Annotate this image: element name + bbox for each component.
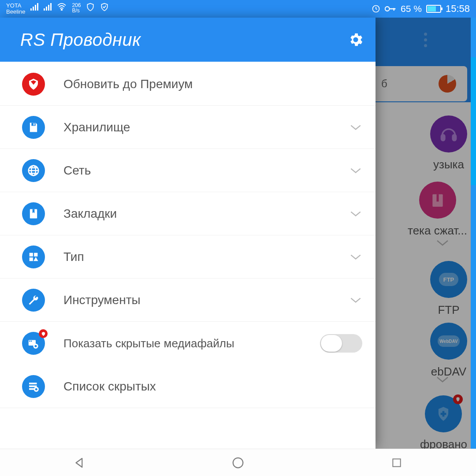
shield-icon-1 (86, 3, 95, 11)
bookmark-icon (22, 202, 45, 225)
menu-item-premium[interactable]: Обновить до Премиум (0, 63, 376, 106)
network-icon (22, 159, 45, 182)
menu-bookmarks-label: Закладки (63, 207, 349, 221)
menu-item-tools[interactable]: Инструменты (0, 279, 376, 322)
sync-icon (372, 4, 380, 13)
chevron-down-icon (349, 297, 362, 304)
menu-hidden-list-label: Список скрытых (63, 379, 362, 394)
svg-rect-18 (30, 257, 33, 261)
svg-point-30 (233, 457, 243, 468)
drawer-header: RS Проводник (0, 18, 376, 62)
menu-item-bookmarks[interactable]: Закладки (0, 192, 376, 235)
svg-point-2 (385, 7, 390, 11)
svg-rect-17 (34, 253, 37, 256)
chevron-down-icon (349, 124, 362, 131)
battery-icon (426, 5, 441, 13)
premium-icon (22, 73, 45, 96)
menu-item-type[interactable]: Тип (0, 235, 376, 279)
navigation-drawer: RS Проводник Обновить до Премиум Хранили… (0, 18, 376, 449)
menu-item-show-hidden-media[interactable]: Показать скрытые медиафайлы (0, 322, 376, 365)
menu-network-label: Сеть (63, 164, 349, 178)
nav-home-button[interactable] (230, 454, 246, 471)
menu-type-label: Тип (63, 250, 349, 264)
status-bar: YOTA Beeline 206 B/s (0, 0, 476, 18)
battery-pct: 65 % (401, 4, 422, 14)
svg-rect-22 (31, 341, 32, 342)
status-left: YOTA Beeline 206 B/s (6, 3, 109, 15)
drawer-menu: Обновить до Премиум Хранилище Сеть (0, 62, 376, 449)
tools-icon (22, 289, 45, 312)
media-hidden-icon (22, 332, 45, 355)
svg-rect-4 (394, 8, 394, 11)
shield-icon-2 (100, 3, 109, 11)
type-icon (22, 245, 45, 268)
menu-storage-label: Хранилище (63, 120, 349, 134)
network-speed: 206 B/s (72, 3, 81, 13)
svg-rect-16 (30, 253, 33, 256)
network-speed-unit: B/s (72, 8, 81, 13)
menu-premium-label: Обновить до Премиум (63, 77, 362, 91)
nav-back-button[interactable] (71, 454, 88, 471)
svg-rect-12 (33, 123, 34, 125)
svg-rect-3 (389, 8, 396, 9)
signal-icon-1 (30, 3, 38, 11)
svg-point-29 (35, 388, 37, 390)
carrier-labels: YOTA Beeline (6, 3, 25, 15)
storage-icon (22, 116, 45, 139)
carrier-1: YOTA (6, 3, 25, 9)
carrier-2: Beeline (6, 9, 25, 15)
signal-icon-2 (44, 3, 52, 11)
wifi-icon (57, 3, 67, 11)
svg-point-0 (61, 9, 63, 11)
chevron-down-icon (349, 210, 362, 217)
svg-rect-27 (29, 388, 34, 390)
hidden-list-icon (22, 375, 45, 398)
status-right: 65 % 15:58 (372, 3, 470, 15)
system-nav-bar (0, 449, 476, 476)
chevron-down-icon (349, 253, 362, 260)
clock-time: 15:58 (446, 3, 470, 15)
svg-marker-19 (33, 257, 38, 261)
svg-rect-31 (393, 459, 400, 466)
drawer-title: RS Проводник (20, 30, 141, 50)
menu-item-hidden-list[interactable]: Список скрытых (0, 365, 376, 408)
menu-item-network[interactable]: Сеть (0, 149, 376, 192)
right-edge-indicator (471, 18, 476, 449)
premium-badge-icon (39, 329, 48, 338)
svg-rect-25 (29, 383, 37, 384)
menu-tools-label: Инструменты (63, 293, 349, 307)
settings-button[interactable] (347, 31, 364, 48)
vpn-key-icon (385, 6, 396, 12)
show-hidden-toggle[interactable] (320, 334, 362, 353)
svg-rect-26 (29, 385, 37, 387)
nav-recents-button[interactable] (388, 454, 405, 471)
svg-rect-21 (29, 341, 30, 342)
menu-item-storage[interactable]: Хранилище (0, 106, 376, 149)
menu-show-hidden-label: Показать скрытые медиафайлы (63, 337, 320, 350)
chevron-down-icon (349, 167, 362, 174)
svg-point-24 (35, 345, 37, 347)
